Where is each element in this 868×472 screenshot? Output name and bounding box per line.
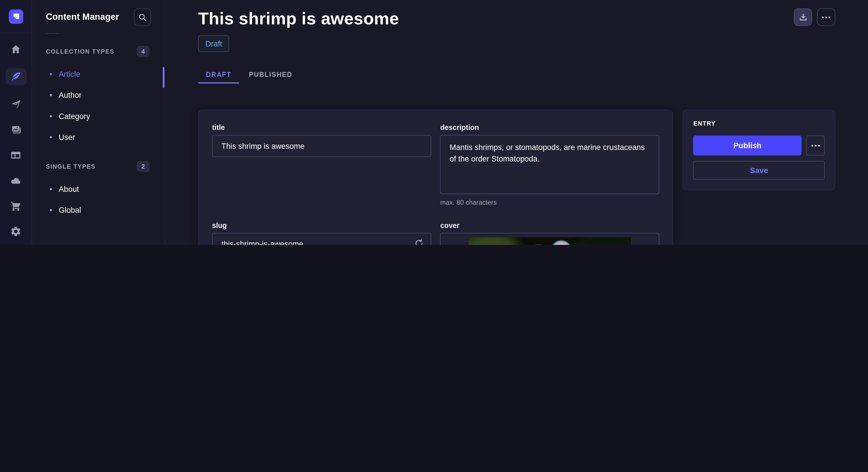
entry-panel-title: ENTRY: [693, 120, 825, 127]
releases-icon[interactable]: [9, 97, 22, 110]
edit-form-panel: title description Mantis shrimps, or sto…: [198, 109, 673, 245]
status-badge: Draft: [198, 35, 229, 52]
single-types-count: 2: [136, 161, 149, 172]
entry-more-button[interactable]: [806, 135, 825, 155]
regenerate-slug-icon[interactable]: [415, 239, 424, 245]
main-nav: KD: [0, 0, 32, 245]
slug-label: slug: [212, 221, 431, 229]
sidebar-item-global[interactable]: Global: [32, 200, 165, 221]
strapi-logo-icon: [9, 9, 23, 24]
slug-input[interactable]: [212, 233, 431, 245]
main-content: This shrimp is awesome Draft DRAFT PUBLI…: [166, 0, 868, 245]
field-cover: cover: [440, 221, 660, 245]
bullet-icon: [50, 115, 52, 117]
more-actions-button[interactable]: [817, 8, 836, 26]
field-slug: slug: [212, 221, 431, 245]
marketplace-cart-icon[interactable]: [9, 199, 22, 212]
content-type-builder-icon[interactable]: [9, 148, 22, 162]
sidebar-item-about[interactable]: About: [32, 179, 165, 200]
home-icon[interactable]: [9, 42, 22, 56]
description-textarea[interactable]: Mantis shrimps, or stomatopods, are mari…: [440, 135, 660, 194]
collection-types-label: COLLECTION TYPES: [46, 48, 114, 55]
cover-label: cover: [440, 221, 660, 229]
bullet-icon: [50, 73, 52, 75]
more-icon: [811, 144, 819, 146]
download-icon: [799, 12, 807, 22]
media-library-icon[interactable]: [9, 123, 22, 136]
bullet-icon: [50, 209, 52, 211]
page-title: This shrimp is awesome: [198, 8, 399, 30]
field-description: description Mantis shrimps, or stomatopo…: [440, 123, 660, 206]
bullet-icon: [50, 94, 52, 96]
cloud-icon[interactable]: [9, 174, 22, 187]
active-page-indicator: [163, 67, 164, 88]
app-window: KD Content Manager COLLECTION TYPES 4 Ar…: [0, 0, 868, 245]
export-button[interactable]: [794, 8, 812, 26]
tab-published[interactable]: PUBLISHED: [241, 66, 300, 82]
strapi-logo[interactable]: [0, 0, 32, 33]
tab-draft[interactable]: DRAFT: [198, 66, 239, 82]
subnav-divider: [46, 33, 59, 34]
sidebar-item-user[interactable]: User: [32, 127, 165, 148]
description-hint: max. 80 characters: [440, 198, 660, 206]
single-types-label: SINGLE TYPES: [46, 163, 96, 170]
save-button[interactable]: Save: [693, 161, 825, 180]
bullet-icon: [50, 188, 52, 191]
search-icon: [138, 13, 147, 21]
bullet-icon: [50, 136, 52, 138]
entry-panel: ENTRY Publish Save: [683, 109, 835, 191]
sidebar-item-category[interactable]: Category: [32, 105, 165, 127]
content-manager-subnav: Content Manager COLLECTION TYPES 4 Artic…: [32, 0, 166, 245]
version-tabs: DRAFT PUBLISHED: [198, 66, 868, 82]
title-input[interactable]: [212, 135, 431, 157]
search-button[interactable]: [134, 8, 151, 26]
cover-carousel: this-shrimp-is-awesome: [440, 233, 660, 245]
cover-image: [468, 237, 631, 245]
sidebar-item-author[interactable]: Author: [32, 85, 165, 105]
content-manager-icon[interactable]: [5, 68, 26, 85]
subnav-title: Content Manager: [46, 12, 119, 22]
sidebar-item-article[interactable]: Article: [32, 64, 165, 85]
more-icon: [822, 16, 830, 18]
description-label: description: [440, 123, 660, 132]
publish-button[interactable]: Publish: [693, 135, 801, 155]
field-title: title: [212, 123, 431, 157]
collection-types-count: 4: [136, 46, 149, 57]
settings-gear-icon[interactable]: [9, 225, 22, 238]
title-label: title: [212, 123, 431, 132]
